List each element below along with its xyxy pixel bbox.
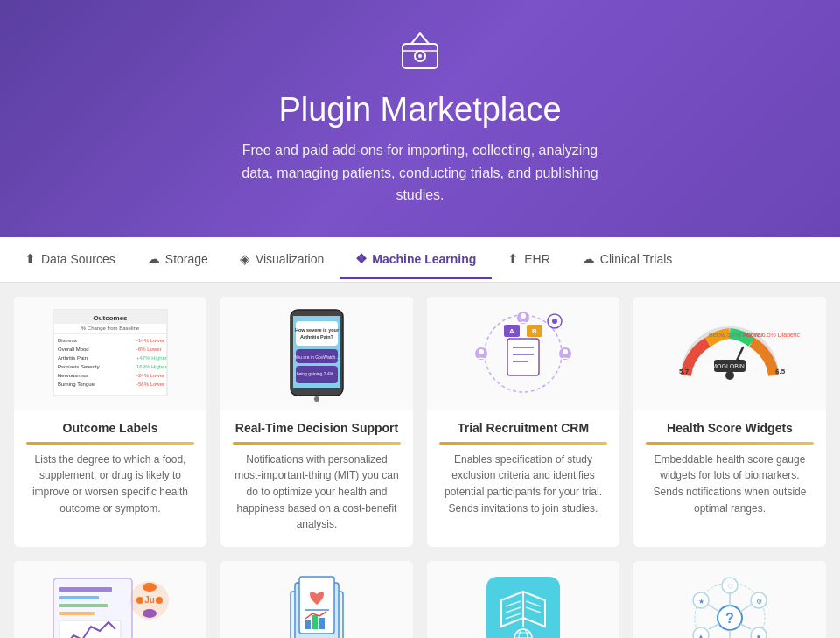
storage-icon: ☁ [147,251,160,267]
svg-line-97 [740,605,751,612]
svg-point-23 [314,396,319,402]
svg-rect-24 [296,321,338,346]
svg-rect-73 [312,615,318,629]
nav-item-ehr[interactable]: ⬆ EHR [492,239,566,279]
svg-point-2 [418,54,422,58]
svg-rect-57 [60,587,112,592]
svg-text:Arthritis Pain?: Arthritis Pain? [300,334,334,340]
card-title-outcome-labels: Outcome Labels [26,421,194,435]
nav-item-storage[interactable]: ☁ Storage [131,239,224,279]
card-title-realtime-decision: Real-Time Decision Support [233,421,401,435]
svg-text:-6% Lower: -6% Lower [136,347,162,352]
svg-text:▲: ▲ [697,633,704,638]
card-image-realtime-decision: How severe is your Arthritis Pain? You a… [220,297,413,410]
card-title-trial-recruitment: Trial Recruitment CRM [439,421,607,435]
svg-text:⚙: ⚙ [756,598,762,606]
svg-text:Overall Mood: Overall Mood [58,347,89,352]
svg-rect-72 [305,620,311,629]
svg-rect-32 [508,339,539,375]
cards-grid: Outcomes % Change from Baseline Distress… [0,283,840,638]
card-desc-health-score: Embeddable health score gauge widgets fo… [646,452,814,516]
svg-text:How severe is your: How severe is your [295,327,340,333]
svg-point-66 [156,597,163,604]
hero-description: Free and paid add-ons for importing, col… [228,139,612,207]
svg-text:A: A [509,327,514,335]
svg-point-43 [479,349,484,354]
svg-text:Ju: Ju [144,595,155,605]
svg-text:being gaining 2.4%...: being gaining 2.4%... [297,371,338,376]
data-sources-icon: ⬆ [24,251,36,267]
card-health-score[interactable]: HEMOGLOBIN A1c 5.7 6.5 Below 5.7% Normal… [634,297,826,547]
card-aggregated-studies[interactable]: Aggregated n1 Studies Anonymously aggreg… [427,561,620,638]
card-body-outcome-labels: Outcome Labels Lists the degree to which… [14,410,206,547]
svg-text:Psoriasis Severity: Psoriasis Severity [58,364,100,369]
machine-learning-icon: ❖ [355,251,367,267]
svg-text:Arthritis Pain: Arthritis Pain [58,355,88,361]
card-image-ehr-integration [220,561,413,638]
svg-text:6.5: 6.5 [775,368,786,375]
card-divider-4 [646,442,814,445]
card-image-jupyter: Ju [14,561,206,638]
svg-point-64 [143,609,157,618]
hero-title: Plugin Marketplace [18,91,822,129]
card-root-cause[interactable]: ? ♡ ⚙ ● ◆ ▲ ★ [634,561,826,638]
svg-text:-24% Lower: -24% Lower [136,373,164,378]
ehr-icon: ⬆ [508,251,519,267]
svg-text:% Change from Baseline: % Change from Baseline [81,326,140,331]
card-trial-recruitment[interactable]: A B Trial Recruitment CRM Enab [427,297,620,547]
svg-text:★: ★ [698,598,704,606]
svg-text:-58% Lower: -58% Lower [136,382,164,387]
nav-item-clinical-trials[interactable]: ☁ Clinical Trials [566,239,688,279]
visualization-icon: ◈ [240,251,250,267]
card-image-health-score: HEMOGLOBIN A1c 5.7 6.5 Below 5.7% Normal… [634,297,826,410]
nav-item-visualization[interactable]: ◈ Visualization [224,239,340,279]
svg-text:B: B [532,327,537,335]
card-image-outcome-labels: Outcomes % Change from Baseline Distress… [14,297,206,410]
card-divider-2 [233,442,401,445]
svg-text:-14% Lower: -14% Lower [136,338,164,343]
svg-text:+47% Higher: +47% Higher [136,355,167,361]
svg-text:163% Higher: 163% Higher [136,364,167,369]
svg-line-98 [740,624,751,629]
svg-text:♡: ♡ [727,583,733,591]
card-desc-realtime-decision: Notifications with personalized most-imp… [233,452,401,533]
clinical-trials-icon: ☁ [582,251,595,267]
card-body-trial-recruitment: Trial Recruitment CRM Enables specificat… [427,410,620,547]
svg-text:Outcomes: Outcomes [93,314,128,322]
svg-rect-60 [60,612,94,615]
svg-text:Above 6.5% Diabetic: Above 6.5% Diabetic [743,332,800,338]
hero-icon [18,26,822,82]
card-outcome-labels[interactable]: Outcomes % Change from Baseline Distress… [14,297,206,547]
card-body-realtime-decision: Real-Time Decision Support Notifications… [220,410,413,547]
svg-text:?: ? [725,611,734,626]
nav-item-data-sources[interactable]: ⬆ Data Sources [9,239,131,279]
svg-rect-74 [319,618,325,629]
card-jupyter[interactable]: Ju Jupyter Analysis Notebooks Analyze an… [14,561,206,638]
svg-text:You are in GovWatch...: You are in GovWatch... [294,354,339,360]
svg-line-100 [709,624,719,629]
card-divider-3 [439,442,607,445]
svg-point-45 [563,349,568,354]
svg-line-101 [709,605,719,612]
card-divider [26,442,194,445]
svg-point-63 [143,583,157,592]
svg-text:HEMOGLOBIN A1c: HEMOGLOBIN A1c [703,363,757,369]
card-body-health-score: Health Score Widgets Embeddable health s… [634,410,826,547]
svg-point-49 [725,371,734,380]
svg-text:5.7: 5.7 [679,368,690,375]
svg-point-41 [521,313,526,319]
nav-item-machine-learning[interactable]: ❖ Machine Learning [340,239,492,279]
card-image-root-cause: ? ♡ ⚙ ● ◆ ▲ ★ [634,561,826,638]
card-realtime-decision[interactable]: How severe is your Arthritis Pain? You a… [220,297,413,547]
svg-rect-58 [60,596,99,599]
svg-text:●: ● [757,633,761,638]
card-ehr-integration[interactable]: EHR System Integration Manage your patie… [220,561,413,638]
svg-point-47 [552,319,557,324]
svg-text:Burning Tongue: Burning Tongue [58,382,95,387]
svg-rect-59 [60,604,108,607]
svg-text:Nervousness: Nervousness [58,373,88,378]
svg-point-65 [136,597,144,604]
card-image-trial-recruitment: A B [427,297,620,410]
card-desc-outcome-labels: Lists the degree to which a food, supple… [26,452,194,516]
card-image-aggregated-studies [427,561,620,638]
